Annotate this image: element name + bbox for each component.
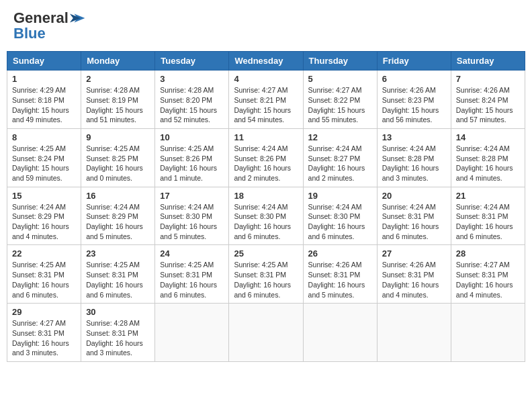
week-row-3: 15Sunrise: 4:24 AMSunset: 8:29 PMDayligh… (7, 187, 525, 245)
cell-info: Sunrise: 4:24 AMSunset: 8:26 PMDaylight:… (234, 144, 298, 183)
cell-info: Sunrise: 4:27 AMSunset: 8:31 PMDaylight:… (456, 260, 520, 300)
calendar-cell: 10Sunrise: 4:25 AMSunset: 8:26 PMDayligh… (155, 128, 229, 187)
calendar-cell: 1Sunrise: 4:29 AMSunset: 8:18 PMDaylight… (7, 71, 81, 129)
cell-info: Sunrise: 4:24 AMSunset: 8:30 PMDaylight:… (160, 202, 224, 242)
day-number: 17 (160, 191, 224, 201)
day-number: 9 (86, 132, 150, 142)
week-row-1: 1Sunrise: 4:29 AMSunset: 8:18 PMDaylight… (7, 71, 525, 129)
calendar-cell: 7Sunrise: 4:26 AMSunset: 8:24 PMDaylight… (451, 71, 525, 129)
calendar-cell: 8Sunrise: 4:25 AMSunset: 8:24 PMDaylight… (7, 128, 81, 187)
day-number: 22 (12, 248, 76, 259)
calendar-header-row: SundayMondayTuesdayWednesdayThursdayFrid… (7, 52, 525, 71)
calendar-cell: 22Sunrise: 4:25 AMSunset: 8:31 PMDayligh… (7, 245, 81, 304)
cell-info: Sunrise: 4:25 AMSunset: 8:26 PMDaylight:… (160, 144, 224, 183)
calendar-cell: 14Sunrise: 4:24 AMSunset: 8:28 PMDayligh… (451, 128, 525, 187)
calendar-cell: 9Sunrise: 4:25 AMSunset: 8:25 PMDaylight… (81, 128, 155, 187)
cell-info: Sunrise: 4:26 AMSunset: 8:31 PMDaylight:… (308, 260, 372, 300)
day-number: 13 (382, 132, 446, 142)
cell-info: Sunrise: 4:28 AMSunset: 8:19 PMDaylight:… (86, 85, 150, 125)
col-header-tuesday: Tuesday (155, 52, 229, 71)
calendar-cell: 23Sunrise: 4:25 AMSunset: 8:31 PMDayligh… (81, 245, 155, 304)
calendar-cell: 19Sunrise: 4:24 AMSunset: 8:30 PMDayligh… (303, 187, 377, 245)
cell-info: Sunrise: 4:26 AMSunset: 8:24 PMDaylight:… (456, 85, 520, 125)
calendar-cell: 29Sunrise: 4:27 AMSunset: 8:31 PMDayligh… (7, 304, 81, 362)
cell-info: Sunrise: 4:25 AMSunset: 8:24 PMDaylight:… (12, 144, 76, 183)
col-header-saturday: Saturday (451, 52, 525, 71)
calendar-cell: 27Sunrise: 4:26 AMSunset: 8:31 PMDayligh… (377, 245, 451, 304)
calendar-cell: 15Sunrise: 4:24 AMSunset: 8:29 PMDayligh… (7, 187, 81, 245)
cell-info: Sunrise: 4:26 AMSunset: 8:23 PMDaylight:… (382, 85, 446, 125)
week-row-5: 29Sunrise: 4:27 AMSunset: 8:31 PMDayligh… (7, 304, 525, 362)
day-number: 16 (86, 191, 150, 201)
logo-text: General (13, 10, 69, 26)
day-number: 19 (308, 191, 372, 201)
day-number: 26 (308, 248, 372, 259)
col-header-sunday: Sunday (7, 52, 81, 71)
calendar-cell: 2Sunrise: 4:28 AMSunset: 8:19 PMDaylight… (81, 71, 155, 129)
cell-info: Sunrise: 4:27 AMSunset: 8:22 PMDaylight:… (308, 85, 372, 125)
calendar-cell: 20Sunrise: 4:24 AMSunset: 8:31 PMDayligh… (377, 187, 451, 245)
day-number: 23 (86, 248, 150, 259)
cell-info: Sunrise: 4:25 AMSunset: 8:31 PMDaylight:… (86, 260, 150, 300)
cell-info: Sunrise: 4:24 AMSunset: 8:31 PMDaylight:… (456, 202, 520, 242)
cell-info: Sunrise: 4:24 AMSunset: 8:28 PMDaylight:… (456, 144, 520, 183)
col-header-friday: Friday (377, 52, 451, 71)
col-header-monday: Monday (81, 52, 155, 71)
day-number: 1 (12, 74, 76, 84)
calendar-cell: 28Sunrise: 4:27 AMSunset: 8:31 PMDayligh… (451, 245, 525, 304)
cell-info: Sunrise: 4:25 AMSunset: 8:25 PMDaylight:… (86, 144, 150, 183)
calendar-cell: 16Sunrise: 4:24 AMSunset: 8:29 PMDayligh… (81, 187, 155, 245)
cell-info: Sunrise: 4:27 AMSunset: 8:21 PMDaylight:… (234, 85, 298, 125)
cell-info: Sunrise: 4:24 AMSunset: 8:29 PMDaylight:… (86, 202, 150, 242)
calendar-cell (303, 304, 377, 362)
cell-info: Sunrise: 4:24 AMSunset: 8:30 PMDaylight:… (234, 202, 298, 242)
day-number: 5 (308, 74, 372, 84)
cell-info: Sunrise: 4:28 AMSunset: 8:31 PMDaylight:… (86, 318, 150, 358)
calendar-cell (155, 304, 229, 362)
week-row-4: 22Sunrise: 4:25 AMSunset: 8:31 PMDayligh… (7, 245, 525, 304)
calendar-cell: 26Sunrise: 4:26 AMSunset: 8:31 PMDayligh… (303, 245, 377, 304)
calendar-cell: 5Sunrise: 4:27 AMSunset: 8:22 PMDaylight… (303, 71, 377, 129)
calendar-cell: 30Sunrise: 4:28 AMSunset: 8:31 PMDayligh… (81, 304, 155, 362)
cell-info: Sunrise: 4:29 AMSunset: 8:18 PMDaylight:… (12, 85, 76, 125)
cell-info: Sunrise: 4:27 AMSunset: 8:31 PMDaylight:… (12, 318, 76, 358)
week-row-2: 8Sunrise: 4:25 AMSunset: 8:24 PMDaylight… (7, 128, 525, 187)
day-number: 4 (234, 74, 298, 84)
cell-info: Sunrise: 4:24 AMSunset: 8:31 PMDaylight:… (382, 202, 446, 242)
logo: General Blue (13, 10, 86, 42)
day-number: 2 (86, 74, 150, 84)
day-number: 14 (456, 132, 520, 142)
cell-info: Sunrise: 4:24 AMSunset: 8:29 PMDaylight:… (12, 202, 76, 242)
calendar-cell: 12Sunrise: 4:24 AMSunset: 8:27 PMDayligh… (303, 128, 377, 187)
header: General Blue (7, 7, 525, 46)
day-number: 25 (234, 248, 298, 259)
cell-info: Sunrise: 4:24 AMSunset: 8:30 PMDaylight:… (308, 202, 372, 242)
day-number: 15 (12, 191, 76, 201)
day-number: 27 (382, 248, 446, 259)
cell-info: Sunrise: 4:26 AMSunset: 8:31 PMDaylight:… (382, 260, 446, 300)
calendar-cell: 13Sunrise: 4:24 AMSunset: 8:28 PMDayligh… (377, 128, 451, 187)
day-number: 18 (234, 191, 298, 201)
cell-info: Sunrise: 4:25 AMSunset: 8:31 PMDaylight:… (160, 260, 224, 300)
calendar-cell: 6Sunrise: 4:26 AMSunset: 8:23 PMDaylight… (377, 71, 451, 129)
cell-info: Sunrise: 4:24 AMSunset: 8:27 PMDaylight:… (308, 144, 372, 183)
calendar-cell: 18Sunrise: 4:24 AMSunset: 8:30 PMDayligh… (229, 187, 303, 245)
day-number: 11 (234, 132, 298, 142)
day-number: 12 (308, 132, 372, 142)
day-number: 6 (382, 74, 446, 84)
day-number: 24 (160, 248, 224, 259)
cell-info: Sunrise: 4:28 AMSunset: 8:20 PMDaylight:… (160, 85, 224, 125)
col-header-thursday: Thursday (303, 52, 377, 71)
day-number: 21 (456, 191, 520, 201)
day-number: 20 (382, 191, 446, 201)
day-number: 10 (160, 132, 224, 142)
day-number: 29 (12, 307, 76, 317)
cell-info: Sunrise: 4:25 AMSunset: 8:31 PMDaylight:… (234, 260, 298, 300)
day-number: 30 (86, 307, 150, 317)
day-number: 8 (12, 132, 76, 142)
cell-info: Sunrise: 4:25 AMSunset: 8:31 PMDaylight:… (12, 260, 76, 300)
col-header-wednesday: Wednesday (229, 52, 303, 71)
day-number: 7 (456, 74, 520, 84)
calendar-cell (229, 304, 303, 362)
calendar-cell (451, 304, 525, 362)
